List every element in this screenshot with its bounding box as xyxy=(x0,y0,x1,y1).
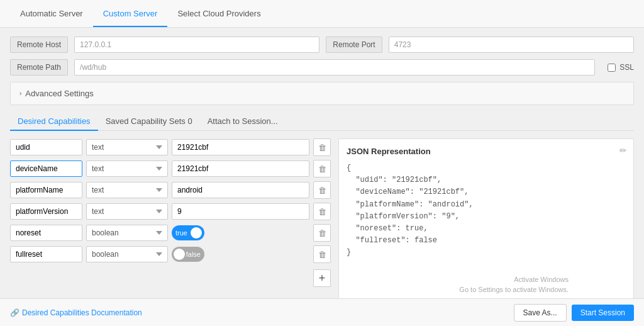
toggle-on-label: true xyxy=(175,229,187,237)
cap-delete-platformname[interactable]: 🗑 xyxy=(313,181,331,199)
capability-tabs: Desired Capabilities Saved Capability Se… xyxy=(10,113,634,131)
cap-type-fullreset[interactable]: textbooleannumber xyxy=(86,246,168,262)
windows-activation-watermark: Activate Windows Go to Settings to activ… xyxy=(459,275,569,295)
toggle-off-label: false xyxy=(186,250,201,258)
plus-icon: + xyxy=(319,272,326,285)
win-activate-line2: Go to Settings to activate Windows. xyxy=(459,285,569,295)
advanced-settings-row[interactable]: › Advanced Settings xyxy=(10,82,634,105)
cap-name-noreset[interactable] xyxy=(10,225,82,241)
json-panel-title: JSON Representation xyxy=(347,147,626,156)
cap-name-devicename[interactable] xyxy=(10,160,82,177)
table-row: textbooleannumber 🗑 xyxy=(10,203,331,220)
cap-name-udid[interactable] xyxy=(10,139,82,155)
noreset-toggle-wrap: true xyxy=(172,225,309,240)
table-row: textbooleannumber 🗑 xyxy=(10,138,331,156)
save-as-button[interactable]: Save As... xyxy=(514,304,567,322)
cap-delete-noreset[interactable]: 🗑 xyxy=(313,224,331,242)
tab-saved-capability-sets[interactable]: Saved Capability Sets 0 xyxy=(98,113,200,131)
cap-value-platformname[interactable] xyxy=(172,182,309,198)
cap-delete-fullreset[interactable]: 🗑 xyxy=(313,245,331,263)
delete-icon: 🗑 xyxy=(318,207,326,216)
cap-delete-devicename[interactable]: 🗑 xyxy=(313,160,331,177)
win-activate-line1: Activate Windows xyxy=(459,275,569,284)
cap-delete-udid[interactable]: 🗑 xyxy=(313,138,331,156)
tab-custom[interactable]: Custom Server xyxy=(93,1,168,27)
capability-table: textbooleannumber 🗑 textbooleannumber 🗑 xyxy=(10,138,331,315)
noreset-toggle[interactable]: true xyxy=(172,225,204,240)
advanced-settings-label: Advanced Settings xyxy=(25,89,93,98)
link-icon: 🔗 xyxy=(10,308,19,317)
add-capability-button[interactable]: + xyxy=(313,269,331,287)
doc-link-label: Desired Capabilities Documentation xyxy=(22,308,142,317)
cap-type-noreset[interactable]: textbooleannumber xyxy=(86,225,168,241)
start-session-button[interactable]: Start Session xyxy=(572,305,634,321)
cap-type-platformname[interactable]: textbooleannumber xyxy=(86,182,168,198)
delete-icon: 🗑 xyxy=(318,164,326,174)
cap-type-devicename[interactable]: textbooleannumber xyxy=(86,160,168,177)
tab-automatic[interactable]: Automatic Server xyxy=(10,1,93,27)
cap-name-platformname[interactable] xyxy=(10,182,82,198)
remote-host-input[interactable] xyxy=(74,37,319,53)
chevron-right-icon: › xyxy=(19,90,21,97)
cap-delete-platformversion[interactable]: 🗑 xyxy=(313,203,331,220)
tab-attach-session[interactable]: Attach to Session... xyxy=(200,113,286,131)
cap-value-platformversion[interactable] xyxy=(172,203,309,220)
table-row: textbooleannumber true 🗑 xyxy=(10,224,331,242)
table-row: textbooleannumber false 🗑 xyxy=(10,245,331,263)
remote-path-row: Remote Path SSL xyxy=(10,59,634,76)
cap-type-udid[interactable]: textbooleannumber xyxy=(86,139,168,155)
tab-desired-capabilities[interactable]: Desired Capabilities xyxy=(10,113,98,131)
tab-cloud[interactable]: Select Cloud Providers xyxy=(167,1,270,27)
json-content: { "udid": "21921cbf", "deviceName": "219… xyxy=(347,162,626,259)
cap-type-platformversion[interactable]: textbooleannumber xyxy=(86,203,168,220)
bottom-actions: Save As... Start Session xyxy=(514,304,634,322)
remote-port-input[interactable] xyxy=(389,37,634,53)
cap-value-udid[interactable] xyxy=(172,139,309,155)
top-nav: Automatic Server Custom Server Select Cl… xyxy=(0,0,644,28)
remote-port-label: Remote Port xyxy=(326,37,382,53)
delete-icon: 🗑 xyxy=(318,143,326,152)
ssl-label: SSL xyxy=(619,63,634,72)
delete-icon: 🗑 xyxy=(318,228,326,238)
remote-path-label: Remote Path xyxy=(10,59,68,76)
fullreset-toggle-wrap: false xyxy=(172,247,309,262)
delete-icon: 🗑 xyxy=(318,250,326,259)
remote-path-input[interactable] xyxy=(74,59,595,76)
cap-name-platformversion[interactable] xyxy=(10,203,82,220)
cap-value-devicename[interactable] xyxy=(172,160,309,177)
fullreset-toggle[interactable]: false xyxy=(172,247,204,262)
cap-name-fullreset[interactable] xyxy=(10,246,82,262)
edit-json-icon[interactable]: ✏ xyxy=(619,145,627,155)
ssl-checkbox[interactable] xyxy=(608,64,616,72)
delete-icon: 🗑 xyxy=(318,186,326,195)
remote-host-label: Remote Host xyxy=(10,37,68,53)
remote-host-row: Remote Host Remote Port xyxy=(10,37,634,53)
bottom-bar: 🔗 Desired Capabilities Documentation Sav… xyxy=(0,298,644,326)
table-row: textbooleannumber 🗑 xyxy=(10,181,331,199)
ssl-row: SSL xyxy=(608,63,634,72)
desired-capabilities-doc-link[interactable]: 🔗 Desired Capabilities Documentation xyxy=(10,308,142,317)
table-row: textbooleannumber 🗑 xyxy=(10,160,331,177)
